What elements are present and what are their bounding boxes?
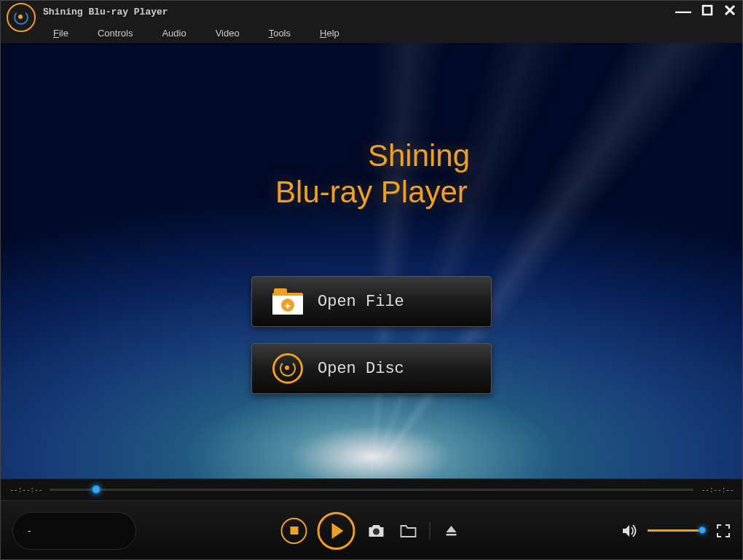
folder-add-icon: + [272, 288, 303, 315]
svg-point-3 [373, 528, 380, 535]
menu-help[interactable]: Help [320, 28, 339, 39]
eject-button[interactable] [441, 522, 463, 540]
video-area: Shining Blu-ray Player + Open File Open … [1, 43, 742, 478]
volume-icon [621, 524, 637, 538]
control-bar: - [1, 500, 742, 560]
open-folder-button[interactable] [398, 522, 420, 540]
menu-controls[interactable]: Controls [98, 28, 133, 39]
fullscreen-icon [716, 524, 731, 538]
snapshot-button[interactable] [366, 522, 388, 540]
brand-overlay: Shining Blu-ray Player [1, 138, 742, 211]
menu-file[interactable]: File [53, 28, 68, 39]
open-disc-label: Open Disc [318, 360, 404, 378]
current-time: --:--:-- [9, 486, 42, 494]
playback-controls [281, 512, 463, 550]
open-file-button[interactable]: + Open File [251, 276, 492, 327]
maximize-button[interactable] [701, 4, 713, 20]
stop-icon [290, 527, 298, 535]
seek-thumb[interactable] [92, 485, 101, 494]
fullscreen-button[interactable] [716, 524, 731, 538]
play-icon [332, 523, 344, 539]
folder-icon [400, 524, 417, 538]
brand-line1: Shining [95, 138, 742, 174]
eject-icon [445, 524, 458, 537]
seek-slider[interactable] [50, 489, 693, 491]
info-display: - [12, 512, 136, 550]
volume-button[interactable] [621, 524, 637, 538]
progress-bar-area: --:--:-- --:--:-- [1, 478, 742, 500]
camera-icon [367, 524, 386, 538]
menu-audio[interactable]: Audio [162, 28, 186, 39]
brand-line2: Blu-ray Player [1, 174, 742, 210]
right-controls [621, 524, 731, 538]
menu-video[interactable]: Video [216, 28, 240, 39]
volume-slider[interactable] [648, 529, 706, 532]
menu-tools[interactable]: Tools [269, 28, 291, 39]
total-time: --:--:-- [701, 486, 734, 494]
app-logo-icon [7, 3, 36, 32]
svg-rect-0 [703, 6, 712, 15]
open-disc-button[interactable]: Open Disc [251, 343, 492, 394]
minimize-button[interactable]: — [675, 2, 691, 21]
app-title: Shining Blu-ray Player [43, 7, 168, 17]
window-controls: — [675, 2, 736, 21]
stop-button[interactable] [281, 518, 307, 544]
open-file-label: Open File [318, 293, 404, 311]
svg-rect-4 [447, 534, 457, 536]
close-button[interactable] [723, 4, 736, 20]
control-divider [430, 522, 431, 540]
volume-thumb[interactable] [699, 527, 706, 534]
play-button[interactable] [318, 512, 355, 550]
title-bar: Shining Blu-ray Player — [1, 1, 742, 23]
disc-icon [272, 353, 303, 384]
